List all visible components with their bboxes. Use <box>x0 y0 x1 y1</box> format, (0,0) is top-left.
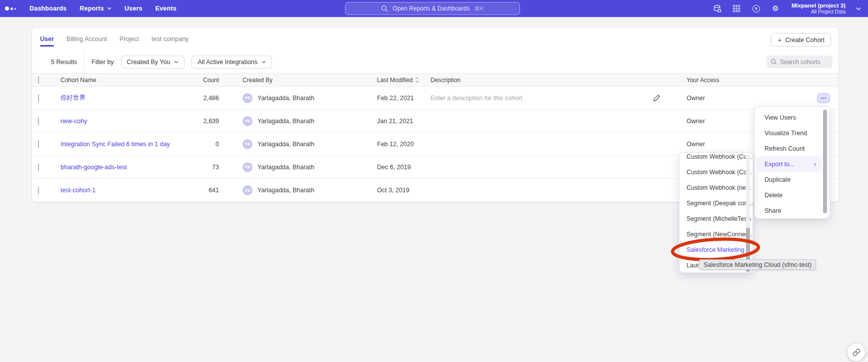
submenu-item-custom-webhook-2[interactable]: Custom Webhook (Co... <box>680 164 752 180</box>
col-last-modified[interactable]: Last Modified <box>377 77 430 84</box>
table-row: 你好世界 2,486 YB Yarlagadda, Bharath Feb 22… <box>32 87 838 110</box>
chevron-down-icon <box>174 61 178 64</box>
chevron-down-icon[interactable] <box>856 7 861 11</box>
pencil-icon[interactable] <box>653 94 660 102</box>
plus-icon: + <box>778 36 782 44</box>
last-modified-cell: Oct 3, 2019 <box>377 187 430 194</box>
col-cohort-name[interactable]: Cohort Name <box>54 77 187 84</box>
help-icon[interactable]: ? <box>752 4 760 13</box>
nav-users[interactable]: Users <box>118 0 149 17</box>
avatar: YB <box>242 162 252 172</box>
cohort-count: 2,639 <box>187 118 222 125</box>
col-count[interactable]: Count <box>187 77 222 84</box>
cohort-name-link[interactable]: test-cohort-1 <box>54 187 187 194</box>
menu-item-export-to[interactable]: Export to... › <box>757 156 822 172</box>
row-checkbox[interactable] <box>38 94 39 102</box>
cohort-name-link[interactable]: bharath-google-ads-test <box>54 164 187 171</box>
filter-by-label: Filter by <box>92 59 114 66</box>
chevron-down-icon <box>107 7 112 10</box>
tab-user[interactable]: User <box>40 28 54 51</box>
project-switcher[interactable]: Mixpanel (project 3) All Project Data <box>792 2 846 16</box>
tab-project[interactable]: Project <box>120 28 139 51</box>
cohort-name-link[interactable]: 你好世界 <box>54 94 187 102</box>
created-by-cell: YB Yarlagadda, Bharath <box>222 116 377 126</box>
creator-name: Yarlagadda, Bharath <box>258 118 314 125</box>
integrations-filter[interactable]: All Active Integrations <box>192 56 272 69</box>
col-created-by[interactable]: Created By <box>222 77 377 84</box>
avatar: YB <box>242 116 252 126</box>
search-icon <box>381 5 388 12</box>
cohort-count: 0 <box>187 141 222 148</box>
menu-item-view-users[interactable]: View Users <box>754 110 830 125</box>
last-modified-cell: Jan 21, 2021 <box>377 118 430 125</box>
created-by-cell: YB Yarlagadda, Bharath <box>222 162 377 172</box>
data-management-icon[interactable] <box>712 4 722 13</box>
row-checkbox[interactable] <box>38 117 39 125</box>
submenu-item-segment-3[interactable]: Segment (NewConnec... <box>680 226 752 242</box>
keyboard-shortcut: ⌘K <box>474 5 484 12</box>
submenu-item-segment-1[interactable]: Segment (Deepak con... <box>680 195 752 211</box>
creator-name: Yarlagadda, Bharath <box>258 141 314 148</box>
menu-item-delete[interactable]: Delete <box>754 187 830 203</box>
created-by-cell: YB Yarlagadda, Bharath <box>222 139 377 149</box>
share-link-button[interactable] <box>848 343 865 361</box>
submenu-item-custom-webhook-3[interactable]: Custom Webhook (ne... <box>680 180 752 195</box>
divider <box>84 53 84 71</box>
submenu-item-salesforce-marketing-cloud[interactable]: Salesforce Marketing C... <box>680 242 752 257</box>
row-checkbox[interactable] <box>38 186 39 194</box>
row-actions-button[interactable]: ••• <box>817 93 830 103</box>
create-cohort-button[interactable]: + Create Cohort <box>771 33 831 47</box>
link-icon <box>852 348 860 356</box>
mixpanel-logo-icon[interactable] <box>0 7 23 11</box>
avatar: YB <box>242 93 252 103</box>
submenu-item-custom-webhook-1[interactable]: Custom Webhook (Cu... <box>680 152 752 164</box>
export-submenu: Custom Webhook (Cu... Custom Webhook (Co… <box>679 152 753 273</box>
settings-gear-icon[interactable]: ⚙ <box>771 4 780 13</box>
avatar: YB <box>242 185 252 195</box>
tab-billing-account[interactable]: Billing Account <box>66 28 107 51</box>
col-description[interactable]: Description <box>430 77 686 84</box>
filter-bar: 5 Results Filter by Created By You All A… <box>32 51 838 73</box>
tooltip: Salesforce Marketing Cloud (sfmc-test) <box>699 259 816 270</box>
apps-grid-icon[interactable] <box>732 4 741 13</box>
description-cell[interactable]: Enter a description for this cohort <box>430 94 686 102</box>
menu-item-share[interactable]: Share <box>754 203 830 218</box>
cohort-name-link[interactable]: Integration Sync Failed 6 times in 1 day <box>54 141 187 148</box>
created-by-filter[interactable]: Created By You <box>121 56 185 69</box>
created-by-cell: YB Yarlagadda, Bharath <box>222 185 377 195</box>
top-nav: Dashboards Reports Users Events Open Rep… <box>0 0 868 17</box>
chevron-right-icon: › <box>814 160 816 168</box>
menu-scrollbar[interactable] <box>823 110 827 213</box>
search-icon <box>770 59 777 65</box>
cohort-count: 73 <box>187 164 222 171</box>
global-search[interactable]: Open Reports & Dashboards ⌘K <box>345 2 520 15</box>
row-checkbox[interactable] <box>38 140 39 148</box>
description-placeholder: Enter a description for this cohort <box>430 95 522 102</box>
nav-reports[interactable]: Reports <box>73 0 118 17</box>
nav-dashboards[interactable]: Dashboards <box>23 0 73 17</box>
select-all-checkbox[interactable] <box>38 76 39 84</box>
menu-item-refresh-count[interactable]: Refresh Count <box>754 141 830 156</box>
row-context-menu: View Users Visualize Trend Refresh Count… <box>754 106 830 219</box>
cohort-name-link[interactable]: new-cohy <box>54 118 187 125</box>
cohort-count: 2,486 <box>187 95 222 102</box>
chevron-down-icon <box>262 61 266 64</box>
tab-test-company[interactable]: test company <box>152 28 188 51</box>
created-by-cell: YB Yarlagadda, Bharath <box>222 93 377 103</box>
creator-name: Yarlagadda, Bharath <box>258 95 314 102</box>
cohort-type-tabs: User Billing Account Project test compan… <box>32 28 838 51</box>
table-row: new-cohy 2,639 YB Yarlagadda, Bharath Ja… <box>32 110 838 133</box>
creator-name: Yarlagadda, Bharath <box>258 187 314 194</box>
cohort-search-input[interactable] <box>780 59 830 66</box>
col-your-access[interactable]: Your Access <box>686 77 812 84</box>
cohort-search[interactable] <box>766 56 832 68</box>
menu-item-visualize-trend[interactable]: Visualize Trend <box>754 125 830 141</box>
global-search-placeholder: Open Reports & Dashboards <box>392 5 470 12</box>
submenu-item-segment-2[interactable]: Segment (MichelleTest) <box>680 211 752 226</box>
nav-events[interactable]: Events <box>149 0 183 17</box>
menu-item-duplicate[interactable]: Duplicate <box>754 172 830 187</box>
last-modified-cell: Feb 22, 2021 <box>377 95 430 102</box>
sort-icon <box>415 77 419 83</box>
row-checkbox[interactable] <box>38 163 39 171</box>
results-count: 5 Results <box>51 59 77 66</box>
